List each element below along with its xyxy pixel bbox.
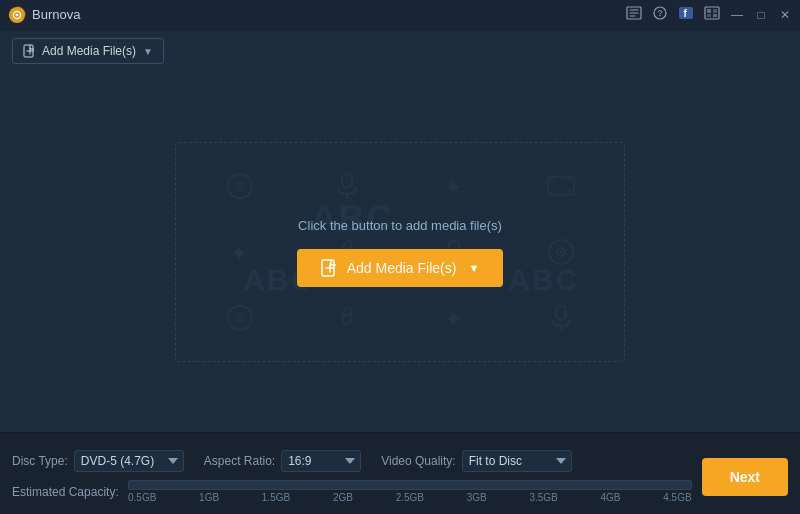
cap-label-1: 1GB bbox=[199, 492, 219, 503]
svg-rect-24 bbox=[568, 191, 571, 195]
svg-point-5 bbox=[659, 15, 660, 16]
skin-icon[interactable] bbox=[704, 6, 720, 23]
capacity-bar-container: 0.5GB 1GB 1.5GB 2GB 2.5GB 3GB 3.5GB 4GB … bbox=[128, 480, 692, 503]
add-media-main-label: Add Media File(s) bbox=[347, 260, 457, 276]
add-media-main-button[interactable]: Add Media File(s) ▼ bbox=[297, 249, 504, 287]
wm-disc-icon bbox=[186, 153, 293, 219]
svg-rect-21 bbox=[551, 177, 554, 181]
disc-type-label: Disc Type: bbox=[12, 454, 68, 468]
svg-point-2 bbox=[16, 13, 19, 16]
register-icon[interactable] bbox=[626, 6, 642, 23]
titlebar-right: f — □ ✕ bbox=[626, 6, 792, 23]
app-logo-icon bbox=[8, 6, 26, 24]
feedback-icon[interactable] bbox=[652, 6, 668, 23]
cap-label-8: 4.5GB bbox=[663, 492, 691, 503]
disc-type-select[interactable]: DVD-5 (4.7G) DVD-9 (8.5G) BD-25 bbox=[74, 450, 184, 472]
cap-label-6: 3.5GB bbox=[529, 492, 557, 503]
svg-rect-23 bbox=[568, 177, 571, 181]
svg-point-33 bbox=[236, 314, 244, 322]
aspect-ratio-group: Aspect Ratio: 16:9 4:3 bbox=[204, 450, 361, 472]
wm-note2-icon bbox=[293, 285, 400, 351]
titlebar-left: Burnova bbox=[8, 6, 80, 24]
wm-star2-icon: ✦ bbox=[186, 219, 293, 285]
svg-point-30 bbox=[557, 248, 565, 256]
main-btn-arrow-icon: ▼ bbox=[468, 262, 479, 274]
cap-label-3: 2GB bbox=[333, 492, 353, 503]
maximize-button[interactable]: □ bbox=[754, 8, 768, 22]
capacity-label: Estimated Capacity: bbox=[12, 485, 122, 499]
watermark-abc3: ABC bbox=[508, 263, 579, 297]
cap-label-5: 3GB bbox=[467, 492, 487, 503]
bottom-controls: Disc Type: DVD-5 (4.7G) DVD-9 (8.5G) BD-… bbox=[12, 450, 692, 472]
wm-star-icon: ✦ bbox=[400, 153, 507, 219]
wm-mic-icon bbox=[293, 153, 400, 219]
svg-point-16 bbox=[238, 185, 241, 188]
bottom-inner: Disc Type: DVD-5 (4.7G) DVD-9 (8.5G) BD-… bbox=[12, 450, 788, 503]
cap-label-4: 2.5GB bbox=[396, 492, 424, 503]
svg-rect-17 bbox=[342, 174, 352, 188]
bottom-left: Disc Type: DVD-5 (4.7G) DVD-9 (8.5G) BD-… bbox=[12, 450, 692, 503]
svg-rect-22 bbox=[551, 191, 554, 195]
capacity-bar bbox=[128, 480, 692, 490]
video-quality-label: Video Quality: bbox=[381, 454, 456, 468]
svg-rect-9 bbox=[707, 9, 711, 13]
svg-point-32 bbox=[228, 306, 252, 330]
bottom-bar: Disc Type: DVD-5 (4.7G) DVD-9 (8.5G) BD-… bbox=[0, 432, 800, 514]
toolbar: Add Media File(s) ▼ bbox=[0, 30, 800, 72]
svg-rect-20 bbox=[548, 177, 574, 195]
next-button[interactable]: Next bbox=[702, 458, 788, 496]
cap-label-0: 0.5GB bbox=[128, 492, 156, 503]
svg-rect-10 bbox=[713, 9, 717, 13]
svg-rect-11 bbox=[707, 14, 711, 17]
dropdown-arrow-icon: ▼ bbox=[143, 46, 153, 57]
drop-prompt-text: Click the button to add media file(s) bbox=[298, 218, 502, 233]
titlebar: Burnova f bbox=[0, 0, 800, 30]
add-media-small-button[interactable]: Add Media File(s) ▼ bbox=[12, 38, 164, 64]
drop-zone: ✦ ✦ bbox=[175, 142, 625, 362]
minimize-button[interactable]: — bbox=[730, 8, 744, 22]
capacity-labels: 0.5GB 1GB 1.5GB 2GB 2.5GB 3GB 3.5GB 4GB … bbox=[128, 492, 692, 503]
svg-text:✦: ✦ bbox=[230, 241, 248, 265]
svg-point-15 bbox=[236, 182, 244, 190]
svg-rect-37 bbox=[556, 306, 566, 320]
aspect-ratio-label: Aspect Ratio: bbox=[204, 454, 275, 468]
add-file-icon bbox=[23, 44, 37, 58]
svg-point-14 bbox=[228, 174, 252, 198]
svg-rect-12 bbox=[713, 14, 717, 17]
svg-line-35 bbox=[343, 313, 353, 316]
svg-text:✦: ✦ bbox=[444, 307, 462, 331]
cap-label-7: 4GB bbox=[601, 492, 621, 503]
close-button[interactable]: ✕ bbox=[778, 8, 792, 22]
wm-star3-icon: ✦ bbox=[400, 285, 507, 351]
video-quality-select[interactable]: Fit to Disc High Medium Low bbox=[462, 450, 572, 472]
video-quality-group: Video Quality: Fit to Disc High Medium L… bbox=[381, 450, 572, 472]
facebook-icon[interactable]: f bbox=[678, 6, 694, 23]
capacity-row: Estimated Capacity: 0.5GB 1GB 1.5GB 2GB … bbox=[12, 480, 692, 503]
add-file-main-icon bbox=[321, 259, 339, 277]
add-media-small-label: Add Media File(s) bbox=[42, 44, 136, 58]
svg-text:✦: ✦ bbox=[444, 175, 462, 199]
svg-point-31 bbox=[559, 251, 562, 254]
wm-disc3-icon bbox=[186, 285, 293, 351]
wm-mic3-icon bbox=[507, 285, 614, 351]
app-title: Burnova bbox=[32, 7, 80, 22]
aspect-ratio-select[interactable]: 16:9 4:3 bbox=[281, 450, 361, 472]
svg-point-34 bbox=[238, 317, 241, 320]
cap-label-2: 1.5GB bbox=[262, 492, 290, 503]
wm-disc2-icon bbox=[507, 219, 614, 285]
main-area: ✦ ✦ bbox=[0, 72, 800, 432]
svg-point-4 bbox=[654, 7, 666, 19]
wm-film-icon bbox=[507, 153, 614, 219]
disc-type-group: Disc Type: DVD-5 (4.7G) DVD-9 (8.5G) BD-… bbox=[12, 450, 184, 472]
svg-point-29 bbox=[549, 240, 573, 264]
